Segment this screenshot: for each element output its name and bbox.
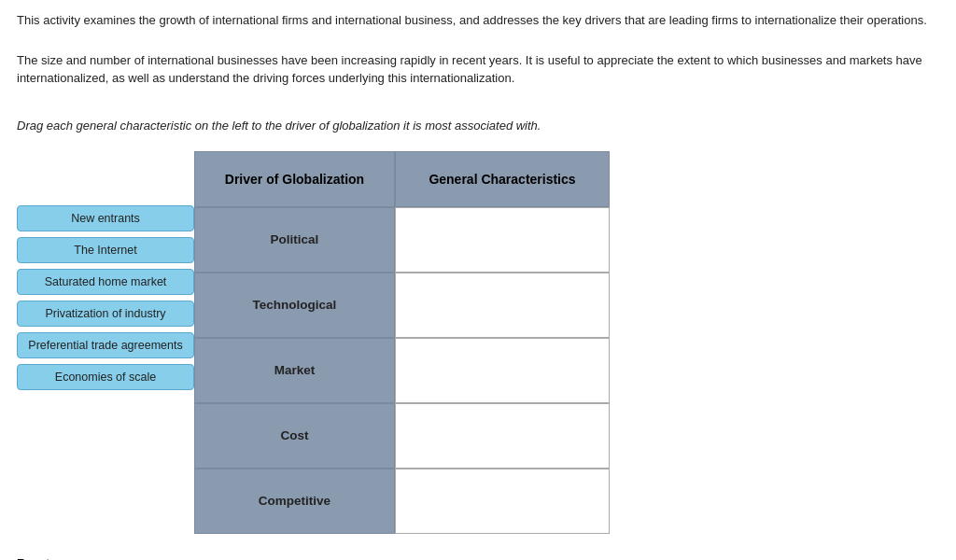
- drag-item[interactable]: Economies of scale: [17, 364, 194, 390]
- drivers-column: Driver of Globalization PoliticalTechnol…: [194, 151, 395, 534]
- driver-cell: Technological: [194, 273, 395, 338]
- drop-zone[interactable]: [395, 207, 610, 273]
- drag-item[interactable]: New entrants: [17, 205, 194, 231]
- drop-zones-column: General Characteristics: [395, 151, 610, 534]
- driver-cell: Competitive: [194, 469, 395, 534]
- drop-zone[interactable]: [395, 338, 610, 403]
- reset-button[interactable]: Reset: [17, 554, 49, 561]
- drag-item[interactable]: Preferential trade agreements: [17, 332, 194, 358]
- drop-zone[interactable]: [395, 273, 610, 338]
- driver-column-header: Driver of Globalization: [194, 151, 395, 207]
- drop-zone[interactable]: [395, 469, 610, 534]
- driver-cell: Political: [194, 207, 395, 273]
- drag-items-column: New entrantsThe InternetSaturated home m…: [17, 151, 194, 390]
- activity-area: New entrantsThe InternetSaturated home m…: [17, 151, 939, 534]
- drag-item[interactable]: Saturated home market: [17, 269, 194, 295]
- drag-instruction: Drag each general characteristic on the …: [17, 119, 939, 133]
- drag-item[interactable]: The Internet: [17, 237, 194, 263]
- drop-zone[interactable]: [395, 403, 610, 469]
- intro-para2: The size and number of international bus…: [17, 51, 939, 88]
- driver-cell: Cost: [194, 403, 395, 469]
- characteristics-column-header: General Characteristics: [395, 151, 610, 207]
- drag-item[interactable]: Privatization of industry: [17, 301, 194, 327]
- intro-para1: This activity examines the growth of int…: [17, 11, 939, 30]
- driver-cell: Market: [194, 338, 395, 403]
